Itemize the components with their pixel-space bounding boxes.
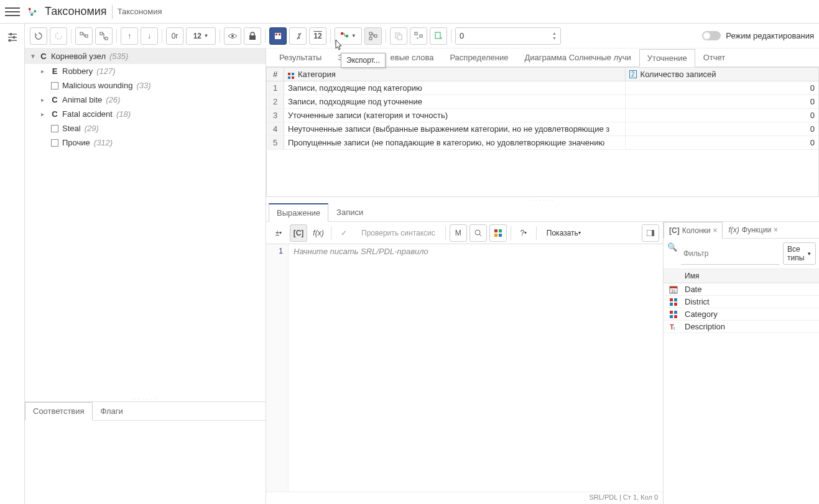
tab-refinement[interactable]: Уточнение — [639, 49, 695, 67]
tab-distribution[interactable]: Распределение — [442, 48, 516, 66]
row-category: Неуточненные записи (выбранные выражение… — [284, 122, 626, 135]
tree-collapse-button[interactable] — [95, 27, 113, 45]
filter-input[interactable] — [681, 242, 779, 265]
svg-rect-18 — [374, 35, 377, 37]
tab-functions[interactable]: f(x) Функции × — [723, 222, 784, 238]
tab-columns[interactable]: [C] Колонки × — [664, 222, 723, 239]
spinner-down[interactable]: ▼ — [552, 36, 557, 40]
twelve-dropdown[interactable]: 12 ▼ — [186, 27, 216, 45]
tree-node[interactable]: ▸ERobbery(127) — [25, 64, 266, 78]
col-header-count[interactable]: 2 Количество записей — [626, 68, 818, 81]
svg-text:+: + — [440, 35, 443, 40]
number-input[interactable]: 0 ▲▼ — [455, 27, 561, 45]
row-count: 0 — [626, 81, 818, 94]
table-row[interactable]: 5Пропущенные записи (не попадающие в кат… — [267, 136, 818, 150]
copy-button[interactable] — [390, 27, 407, 45]
column-item[interactable]: 31Date — [664, 283, 819, 296]
tree-node[interactable]: ▸CFatal accident(18) — [25, 107, 266, 121]
svg-rect-15 — [341, 32, 343, 35]
hamburger-menu[interactable] — [5, 4, 20, 19]
tab-keywords-partial[interactable]: евые слова — [390, 48, 442, 66]
color-grid-button[interactable] — [489, 224, 507, 242]
column-item[interactable]: District — [664, 296, 819, 308]
zoom-button[interactable] — [470, 224, 487, 242]
plus-minus-dropdown[interactable]: ± ▾ — [270, 224, 287, 242]
row-num: 1 — [267, 81, 284, 94]
tree-node[interactable]: Steal(29) — [25, 121, 266, 135]
check-icon[interactable]: ✓ — [335, 224, 353, 242]
eye-icon[interactable] — [224, 27, 241, 45]
sliders-icon[interactable] — [4, 29, 21, 46]
horizontal-splitter[interactable]: · · · · · · — [25, 396, 266, 401]
editor-status: SRL/PDL | Ст 1, Кол 0 — [266, 492, 663, 504]
col-header-category[interactable]: Категория — [284, 68, 626, 81]
tree-node[interactable]: ▸CAnimal bite(26) — [25, 93, 266, 107]
column-name: District — [685, 297, 710, 306]
tab-matches[interactable]: Соответствия — [25, 402, 93, 421]
table-row[interactable]: 2Записи, подходящие под уточнение0 — [267, 95, 818, 109]
refresh-button[interactable] — [30, 27, 47, 45]
percent-button[interactable]: ⁒ — [289, 27, 307, 45]
doc-icon — [51, 125, 58, 132]
svg-rect-1 — [34, 10, 37, 12]
tab-expr-records[interactable]: Записи — [328, 203, 371, 221]
tab-sunburst[interactable]: Диаграмма Солнечные лучи — [516, 48, 639, 66]
or-button[interactable]: 0r — [166, 27, 183, 45]
doc-add-button[interactable]: + — [430, 27, 447, 45]
tree-node[interactable]: Malicious wounding(33) — [25, 78, 266, 93]
numeric-icon: 2 — [629, 70, 637, 78]
svg-rect-7 — [85, 35, 88, 37]
page-title: Таксономия — [45, 5, 107, 18]
col-header-count-label: Количество записей — [641, 70, 716, 79]
tree-add-button[interactable]: + — [410, 27, 427, 45]
svg-rect-21 — [397, 35, 402, 40]
edit-mode-toggle[interactable] — [702, 31, 721, 40]
col-header-num[interactable]: # — [267, 68, 284, 81]
tree-root-node[interactable]: ▼ C Корневой узел (535) — [25, 48, 266, 64]
table-row[interactable]: 3Уточненные записи (категория и точность… — [267, 109, 818, 122]
number-input-value: 0 — [460, 31, 464, 40]
spinner-up[interactable]: ▲ — [552, 31, 557, 35]
types-dropdown[interactable]: Все типы ▼ — [783, 242, 816, 265]
tree-node[interactable]: Прочие(312) — [25, 135, 266, 150]
horizontal-splitter-2[interactable]: · · · · · · — [266, 197, 819, 203]
tree-expand-button[interactable] — [75, 27, 93, 45]
table-row[interactable]: 1Записи, подходящие под категорию0 — [267, 81, 818, 95]
row-category: Уточненные записи (категория и точность) — [284, 109, 626, 122]
svg-rect-37 — [652, 230, 654, 236]
export-button[interactable] — [364, 27, 382, 45]
caret-down-icon: ▼ — [30, 53, 36, 60]
column-item[interactable]: Category — [664, 308, 819, 321]
fx-button[interactable]: f(x) — [310, 224, 327, 242]
close-icon[interactable]: × — [774, 226, 778, 234]
expand-panel-button[interactable] — [642, 224, 659, 242]
lock-icon[interactable] — [244, 27, 261, 45]
doc-icon — [51, 82, 58, 89]
row-num: 2 — [267, 95, 284, 108]
fx-prefix: f(x) — [728, 226, 739, 234]
code-editor[interactable]: Начните писать SRL/PDL-правило — [289, 244, 663, 492]
check-syntax-button[interactable]: Проверить синтаксис — [355, 224, 442, 242]
tab-flags[interactable]: Флаги — [93, 402, 131, 420]
cal12-button[interactable]: 12 — [309, 27, 326, 45]
node-count: (535) — [109, 52, 128, 61]
db-button[interactable] — [269, 27, 287, 45]
show-dropdown[interactable]: Показать ▾ — [540, 224, 587, 242]
arrow-up-button[interactable]: ↑ — [121, 27, 138, 45]
c-bracket-button[interactable]: [C] — [290, 224, 307, 242]
table-row[interactable]: 4Неуточненные записи (выбранные выражени… — [267, 122, 818, 136]
close-icon[interactable]: × — [713, 226, 717, 235]
tab-expression[interactable]: Выражение — [269, 203, 328, 222]
column-item[interactable]: TtDescription — [664, 321, 819, 333]
arrow-down-button[interactable]: ↓ — [141, 27, 158, 45]
tab-report[interactable]: Отчет — [695, 48, 734, 66]
m-button[interactable]: M — [450, 224, 467, 242]
columns-list-header[interactable]: Имя — [664, 269, 819, 283]
node-label: Robbery — [62, 66, 93, 76]
revert-button[interactable] — [50, 27, 67, 45]
row-num: 3 — [267, 109, 284, 122]
svg-rect-2 — [30, 13, 33, 16]
node-count: (127) — [96, 66, 115, 76]
help-dropdown[interactable]: ? ▾ — [515, 224, 532, 242]
tab-results[interactable]: Результаты — [271, 48, 330, 66]
